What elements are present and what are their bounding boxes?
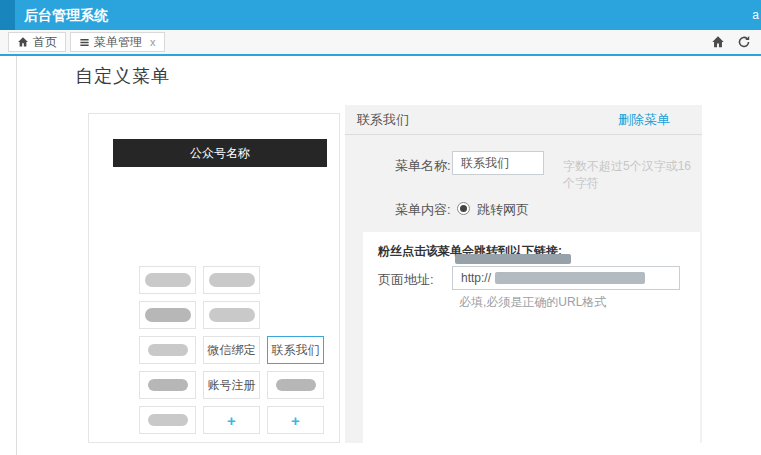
menu-item-redacted[interactable]	[203, 266, 260, 294]
app-title: 后台管理系统	[24, 0, 108, 30]
menu-item-account-register[interactable]: 账号注册	[203, 371, 260, 399]
menu-grid-empty	[267, 266, 324, 294]
tab-bar: 首页 菜单管理 x	[0, 30, 761, 56]
menu-item-redacted[interactable]	[139, 266, 196, 294]
page-address-input[interactable]: http://	[452, 266, 680, 290]
page-address-hint: 必填,必须是正确的URL格式	[459, 294, 606, 311]
page-title: 自定义菜单	[75, 64, 170, 88]
menu-content-label: 菜单内容:	[395, 201, 451, 219]
detail-title: 联系我们	[357, 105, 409, 135]
redacted-text	[148, 344, 188, 356]
collapsed-sidebar[interactable]	[0, 56, 17, 455]
page-address-label: 页面地址:	[378, 271, 434, 289]
menu-grid: 微信绑定 联系我们 账号注册 + +	[139, 266, 324, 434]
menu-detail-panel: 联系我们 删除菜单 菜单名称: 字数不超过5个汉字或16个字符 菜单内容: 跳转…	[345, 105, 702, 443]
menu-item-wechat-bind[interactable]: 微信绑定	[203, 336, 260, 364]
url-prefix: http://	[461, 271, 491, 285]
menu-grid-empty	[267, 301, 324, 329]
radio-dot	[460, 205, 467, 212]
refresh-icon[interactable]	[737, 35, 751, 49]
user-menu[interactable]: a	[752, 0, 759, 30]
home-icon[interactable]	[711, 35, 725, 49]
redacted-text	[145, 273, 191, 287]
redacted-text	[148, 414, 188, 426]
delete-menu-link[interactable]: 删除菜单	[618, 105, 670, 135]
close-icon[interactable]: x	[150, 36, 156, 48]
link-box: 粉丝点击该菜单会跳转到以下链接: 页面地址: http:// 必填,必须是正确的…	[363, 232, 700, 443]
tab-actions	[711, 30, 751, 54]
menu-item-redacted[interactable]	[139, 406, 196, 434]
tab-home[interactable]: 首页	[8, 32, 66, 52]
add-menu-button[interactable]: +	[203, 406, 260, 434]
app-header: 后台管理系统 a	[0, 0, 761, 30]
menu-name-hint: 字数不超过5个汉字或16个字符	[563, 158, 702, 192]
menu-item-redacted[interactable]	[139, 371, 196, 399]
redacted-url	[495, 272, 645, 284]
menu-item-redacted[interactable]	[139, 336, 196, 364]
menu-item-redacted[interactable]	[139, 301, 196, 329]
menu-name-label: 菜单名称:	[395, 157, 451, 175]
add-submenu-button[interactable]: +	[267, 406, 324, 434]
jump-webpage-radio[interactable]	[457, 202, 470, 215]
redacted-text	[145, 308, 191, 322]
account-name-header: 公众号名称	[113, 139, 327, 167]
jump-webpage-label: 跳转网页	[477, 201, 529, 219]
tab-menu-management[interactable]: 菜单管理 x	[70, 32, 165, 52]
logo-square	[0, 0, 15, 30]
menu-preview-panel: 公众号名称 微信绑定 联系我们 账号注册 + +	[88, 113, 340, 443]
menu-name-input[interactable]	[452, 151, 544, 175]
detail-header: 联系我们 删除菜单	[345, 105, 702, 135]
menu-item-contact-us[interactable]: 联系我们	[267, 336, 324, 364]
menu-item-redacted[interactable]	[267, 371, 324, 399]
redacted-text	[209, 308, 255, 322]
main-content: 自定义菜单 公众号名称 微信绑定 联系我们 账号注册 + +	[18, 56, 761, 455]
tab-label: 菜单管理	[94, 34, 142, 51]
redacted-text	[455, 254, 571, 264]
home-icon	[17, 36, 29, 48]
redacted-text	[148, 379, 188, 391]
list-icon	[79, 37, 90, 48]
redacted-text	[276, 379, 316, 391]
menu-item-redacted[interactable]	[203, 301, 260, 329]
tab-label: 首页	[33, 34, 57, 51]
redacted-text	[209, 273, 255, 287]
